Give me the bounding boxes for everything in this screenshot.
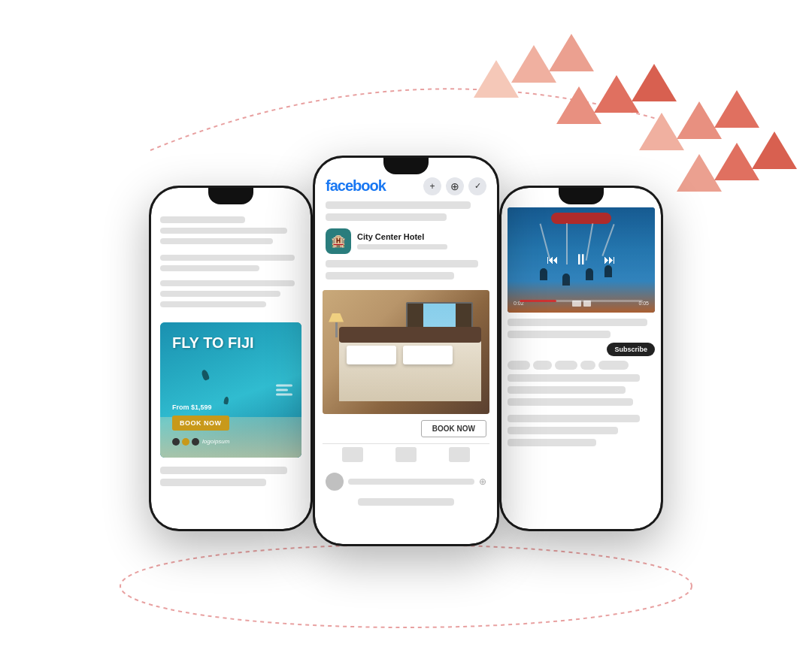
video-progress-area: 0:02 0:05 (514, 301, 649, 308)
phone-facebook-screen: facebook + ⊕ ✓ 🏨 (315, 158, 497, 544)
svg-marker-2 (511, 45, 556, 83)
ad-bottom: From $1,599 BOOK NOW logoipsum (172, 404, 289, 446)
svg-marker-6 (632, 64, 677, 101)
pillow-left (347, 346, 396, 364)
pause-icon[interactable]: ⏸ (574, 251, 589, 268)
svg-marker-8 (677, 101, 722, 139)
post-text-bars (323, 257, 489, 287)
bar (160, 238, 273, 244)
bar (160, 280, 295, 286)
facebook-logo: facebook (326, 177, 386, 195)
pillow-right (403, 346, 453, 364)
skip-back-icon[interactable]: ⏮ (547, 253, 559, 267)
svg-marker-10 (677, 154, 722, 192)
svg-marker-7 (639, 113, 684, 150)
ad-logo-area: logoipsum (172, 438, 289, 446)
phone-youtube: ⏮ ⏸ ⏭ 0:02 0: (499, 186, 663, 531)
main-scene: FLY TO FIJI From $1,599 BOOK NOW (0, 0, 812, 671)
bar (508, 374, 640, 382)
ad-price: From $1,599 (172, 404, 289, 411)
post-info: City Center Hotel (357, 232, 486, 249)
bar (160, 467, 287, 474)
phone3-content: ⏮ ⏸ ⏭ 0:02 0: (501, 188, 661, 529)
comment-bar (348, 479, 474, 485)
like-icon[interactable] (342, 447, 363, 462)
phone3-notch (559, 188, 604, 204)
svg-point-0 (120, 545, 692, 627)
phone-facebook: facebook + ⊕ ✓ 🏨 (313, 156, 499, 546)
stat-pill (555, 361, 577, 370)
stat-pill (533, 361, 552, 370)
phone-instagram-screen: FLY TO FIJI From $1,599 BOOK NOW (151, 188, 311, 529)
logo-text: logoipsum (202, 438, 229, 445)
svg-marker-11 (714, 143, 759, 180)
bar (160, 291, 280, 297)
ad-book-button[interactable]: BOOK NOW (172, 416, 229, 431)
phone1-notch (208, 188, 253, 204)
skip-forward-icon[interactable]: ⏭ (604, 253, 616, 267)
hotel-avatar: 🏨 (326, 228, 351, 254)
comment-area: ⊕ (323, 470, 489, 494)
subscribe-button[interactable]: Subscribe (607, 343, 655, 356)
phone-instagram: FLY TO FIJI From $1,599 BOOK NOW (149, 186, 313, 531)
bar (326, 260, 478, 267)
video-controls: ⏮ ⏸ ⏭ (508, 207, 655, 313)
bar (160, 479, 266, 486)
commenter-avatar (326, 473, 344, 491)
phones-row: FLY TO FIJI From $1,599 BOOK NOW (149, 156, 663, 546)
progress-bar-track[interactable] (520, 300, 643, 302)
ad-overlay: FLY TO FIJI From $1,599 BOOK NOW (160, 322, 301, 458)
search-icon-btn[interactable]: ⊕ (446, 177, 464, 195)
svg-marker-1 (474, 60, 519, 98)
youtube-video-player: ⏮ ⏸ ⏭ 0:02 0: (508, 207, 655, 313)
facebook-post-header: 🏨 City Center Hotel (323, 225, 489, 257)
phone-youtube-screen: ⏮ ⏸ ⏭ 0:02 0: (501, 188, 661, 529)
more-content-bars (508, 374, 655, 446)
bar (160, 265, 259, 271)
video-info-bars (508, 319, 655, 338)
bar (160, 301, 266, 307)
add-icon-btn[interactable]: + (423, 177, 441, 195)
bar (508, 398, 633, 406)
logo-dots (172, 438, 199, 446)
facebook-actions (323, 443, 489, 465)
phone1-bottom-bars (160, 467, 301, 491)
feed-bars-top (323, 201, 489, 221)
business-name: City Center Hotel (357, 232, 486, 241)
bar (326, 201, 471, 209)
comment-icon[interactable] (395, 447, 417, 462)
bar (508, 386, 626, 394)
bar (326, 213, 447, 221)
svg-marker-3 (549, 34, 594, 71)
book-area: BOOK NOW (323, 420, 489, 437)
svg-marker-12 (752, 131, 797, 169)
bar (508, 319, 647, 326)
headboard (339, 327, 481, 343)
hotel-bed (339, 340, 481, 402)
fiji-ad-image: FLY TO FIJI From $1,599 BOOK NOW (160, 322, 301, 458)
bar (160, 255, 295, 261)
bar (326, 272, 454, 280)
dot3 (192, 438, 199, 446)
ad-headline: FLY TO FIJI (172, 334, 289, 351)
bar (508, 427, 618, 434)
progress-bar-fill (520, 300, 556, 302)
phone2-content: facebook + ⊕ ✓ 🏨 (315, 158, 497, 544)
bar (508, 415, 640, 422)
facebook-header-icons: + ⊕ ✓ (423, 177, 486, 195)
facebook-book-button[interactable]: BOOK NOW (421, 420, 486, 437)
lamp-body (335, 322, 338, 337)
stats-row (508, 361, 655, 370)
svg-marker-9 (714, 90, 759, 128)
share-icon[interactable] (449, 447, 470, 462)
bar (358, 498, 454, 506)
stat-pill (598, 361, 629, 370)
subscribe-row: Subscribe (508, 343, 655, 356)
messenger-icon-btn[interactable]: ✓ (468, 177, 486, 195)
bar (160, 216, 245, 223)
dot1 (172, 438, 180, 446)
bar (508, 331, 611, 338)
phone2-notch (383, 158, 429, 174)
phone1-content: FLY TO FIJI From $1,599 BOOK NOW (151, 188, 311, 529)
svg-marker-4 (556, 86, 601, 124)
